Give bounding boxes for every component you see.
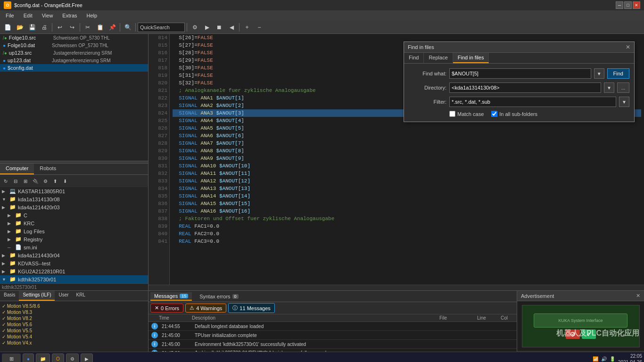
taskbar-app-explorer[interactable]: 📁	[36, 354, 50, 362]
tree-item[interactable]: ▶ 📁 KDVASS--test	[0, 259, 148, 267]
quicksearch-input[interactable]	[138, 23, 185, 32]
find-button[interactable]: Find	[607, 68, 629, 79]
tree-btn-connect[interactable]: 🔌	[31, 176, 40, 186]
filter-input[interactable]	[449, 97, 616, 107]
tree-btn-refresh[interactable]: ↻	[1, 176, 10, 186]
ad-close-button[interactable]: ✕	[636, 293, 640, 299]
menu-file[interactable]: File	[2, 12, 18, 19]
dialog-close-button[interactable]: ✕	[626, 44, 630, 50]
settings-group[interactable]: ✓ Motion V5.4	[2, 334, 146, 340]
tree-item[interactable]: ─ 📄 sm.ini	[0, 243, 148, 251]
tree-item[interactable]: ▶ 📁 kda4a1214420r03	[0, 203, 148, 211]
find-what-input[interactable]	[449, 68, 591, 79]
toolbar-copy[interactable]: 📋	[94, 22, 106, 33]
tree-item[interactable]: ▼ 📁 kda1a1314130r08	[0, 195, 148, 203]
tab-robots[interactable]: Robots	[34, 164, 62, 174]
maximize-button[interactable]: □	[624, 1, 632, 9]
taskbar-app-orangeedit[interactable]: O	[52, 354, 64, 362]
tree-item[interactable]: ▶ 📁 KGU2A2122810R01	[0, 267, 148, 275]
toolbar-print[interactable]: 🖨	[39, 22, 50, 33]
menu-view[interactable]: View	[38, 12, 57, 19]
toolbar-btn4[interactable]: ◀	[226, 22, 237, 33]
tab-syntax-errors[interactable]: Syntax errors 0	[196, 293, 242, 300]
dialog-title-text: Find in files	[408, 44, 434, 50]
match-case-checkbox[interactable]: Match case	[449, 111, 484, 117]
menu-help[interactable]: Help	[83, 12, 101, 19]
tree-btn-download[interactable]: ⬇	[60, 176, 70, 186]
dialog-tab-find-in-files[interactable]: Find in files	[453, 53, 489, 63]
file-name: up123.src	[9, 50, 51, 56]
tree-node-icon: 📁	[15, 236, 22, 242]
settings-group[interactable]: ✓ Motion V4.x	[2, 340, 146, 346]
line-number: 834	[150, 185, 167, 192]
toolbar-redo[interactable]: ↪	[66, 22, 78, 33]
tree-item[interactable]: ▶ 📁 Log Files	[0, 227, 148, 235]
taskbar-app-settings[interactable]: ⚙	[66, 354, 79, 362]
toolbar-cut[interactable]: ✂	[82, 22, 93, 33]
tab-ilf[interactable]: Settings (ILF)	[19, 291, 55, 301]
line-number: 829	[150, 147, 167, 155]
close-button[interactable]: ✕	[633, 1, 640, 9]
minimize-button[interactable]: ─	[616, 1, 623, 9]
col-col-header: Col	[498, 314, 517, 321]
file-list-item[interactable]: ● up123.dat Justagereferenzierung SRM	[0, 57, 148, 64]
directory-input[interactable]	[449, 82, 601, 93]
tree-item[interactable]: ▶ 📁 KRC	[0, 219, 148, 227]
toolbar-save[interactable]: 💾	[26, 22, 38, 33]
line-number: 826	[150, 124, 167, 132]
settings-group[interactable]: ✓ Motion V8.5/8.6	[2, 303, 146, 309]
dialog-tab-find[interactable]: Find	[404, 53, 424, 63]
settings-group[interactable]: ✓ Motion V8.3	[2, 309, 146, 315]
tab-messages[interactable]: Messages 15	[150, 292, 192, 301]
tree-item[interactable]: ▼ 📁 kdthik325730r01	[0, 275, 148, 283]
settings-group[interactable]: ✓ Motion V8.2	[2, 315, 146, 321]
tree-item[interactable]: ▶ 📁 C	[0, 211, 148, 219]
filter-errors[interactable]: ✕ 0 Errors	[150, 304, 183, 313]
tab-krl[interactable]: KRL	[73, 291, 89, 301]
toolbar-btn1[interactable]: ⚙	[189, 22, 200, 33]
taskbar-app-chrome[interactable]: ●	[23, 354, 34, 362]
file-list-item[interactable]: ● $config.dat	[0, 64, 148, 72]
toolbar-undo[interactable]: ↩	[54, 22, 66, 33]
settings-group[interactable]: ✓ Motion V5.6	[2, 321, 146, 328]
menu-extras[interactable]: Extras	[58, 12, 81, 19]
subfolder-input[interactable]	[491, 111, 497, 117]
tree-item[interactable]: ▶ 📁 Registry	[0, 235, 148, 243]
filter-dropdown-btn[interactable]: ▼	[619, 97, 629, 107]
tree-toolbar: ↻ ⊟ ⊞ 🔌 ⚙ ⬆ ⬇	[0, 175, 148, 187]
settings-group[interactable]: ✓ Motion V5.5	[2, 328, 146, 334]
tab-user[interactable]: User	[55, 291, 72, 301]
subfolder-checkbox[interactable]: In all sub-folders	[491, 111, 537, 117]
filter-messages[interactable]: ⓘ 11 Messages	[228, 303, 274, 313]
tree-btn-expand[interactable]: ⊞	[21, 176, 30, 186]
toolbar-find[interactable]: 🔍	[122, 22, 133, 33]
toolbar-btn2[interactable]: ▶	[201, 22, 213, 33]
tab-computer[interactable]: Computer	[0, 164, 34, 174]
dialog-tab-replace[interactable]: Replace	[424, 53, 453, 63]
filter-warnings[interactable]: ⚠ 4 Warnings	[185, 304, 226, 313]
tree-item[interactable]: ▶ 💻 KASTAR113805R01	[0, 187, 148, 195]
match-case-input[interactable]	[449, 111, 455, 117]
menu-edit[interactable]: Edit	[20, 12, 36, 19]
start-button[interactable]: ⊞	[2, 354, 21, 362]
tree-node-icon: 📁	[9, 204, 16, 210]
toolbar-paste[interactable]: 📌	[107, 22, 118, 33]
toolbar-btn3[interactable]: ⏹	[214, 22, 225, 33]
dir-dropdown-btn[interactable]: ▼	[604, 82, 614, 93]
tab-basis[interactable]: Basis	[0, 291, 19, 301]
browse-button[interactable]: ...	[617, 82, 629, 93]
toolbar-zoom-in[interactable]: +	[241, 22, 253, 33]
tree-btn-settings[interactable]: ⚙	[41, 176, 50, 186]
file-list-item[interactable]: /● up123.src Justagereferenzierung SRM	[0, 49, 148, 57]
taskbar-app-terminal[interactable]: ▶	[81, 354, 93, 362]
toolbar-open[interactable]: 📂	[14, 22, 25, 33]
file-list-item[interactable]: /● Folge10.src Schweissen OP_5730 THL	[0, 34, 148, 41]
find-dropdown-btn[interactable]: ▼	[594, 68, 604, 79]
horizontal-scrollbar[interactable]	[149, 285, 644, 290]
toolbar-new[interactable]: 📄	[2, 22, 13, 33]
tree-item[interactable]: ▶ 📁 kda4a1214430r04	[0, 251, 148, 259]
tree-btn-collapse[interactable]: ⊟	[11, 176, 20, 186]
tree-btn-upload[interactable]: ⬆	[50, 176, 60, 186]
toolbar-zoom-out[interactable]: −	[254, 22, 265, 33]
file-list-item[interactable]: ● Folge10.dat Schweissen OP_5730 THL	[0, 41, 148, 49]
